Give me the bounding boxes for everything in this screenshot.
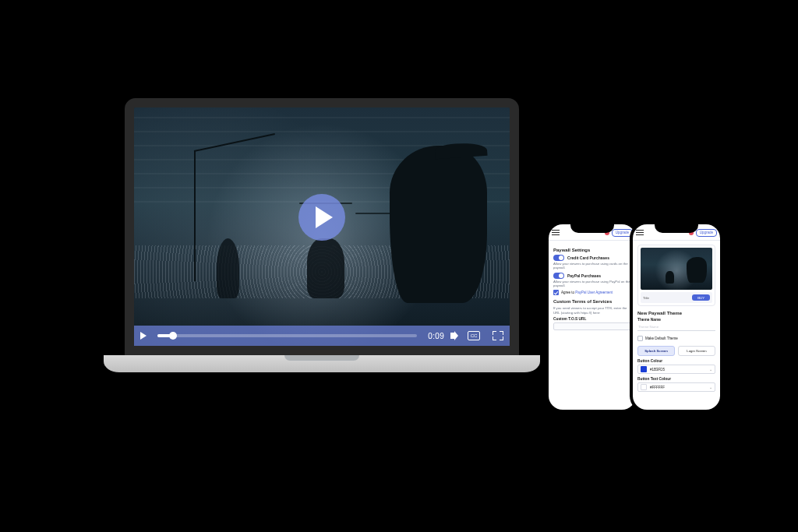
paywall-settings-title: Paywall Settings bbox=[553, 248, 631, 252]
video-control-bar: 0:09 CC bbox=[134, 326, 510, 346]
phone-mockup-settings: Upgrade Paywall Settings Credit Card Pur… bbox=[546, 221, 639, 413]
agree-text: Agree to PayPal User Agreement bbox=[561, 291, 613, 294]
credit-card-description: Allow your viewers to purchase using car… bbox=[553, 262, 631, 270]
tos-url-label: Custom T.O.S URL bbox=[553, 317, 631, 321]
button-colour-value: #1B3FD5 bbox=[650, 368, 665, 372]
laptop-base bbox=[104, 355, 540, 372]
play-control[interactable] bbox=[140, 332, 147, 340]
theme-name-input[interactable]: Theme Name bbox=[637, 323, 715, 331]
button-text-colour-label: Button Text Colour bbox=[637, 377, 715, 381]
play-icon bbox=[316, 206, 333, 228]
tos-description: If you need viewers to accept your TOS, … bbox=[553, 306, 631, 315]
menu-icon[interactable] bbox=[552, 230, 560, 236]
preview-image bbox=[641, 248, 712, 290]
paypal-description: Allow your viewers to purchase using Pay… bbox=[553, 280, 631, 288]
menu-icon[interactable] bbox=[636, 230, 644, 236]
theme-name-label: Theme Name bbox=[637, 318, 715, 322]
progress-knob[interactable] bbox=[169, 332, 177, 340]
upgrade-button[interactable]: Upgrade bbox=[696, 229, 717, 237]
default-theme-label: Make Default Theme bbox=[645, 336, 678, 340]
paypal-label: PayPal Purchases bbox=[567, 273, 601, 278]
preview-title-text: Title bbox=[643, 296, 649, 300]
chevron-down-icon: ⌄ bbox=[709, 385, 712, 389]
preview-buy-button[interactable]: BUY bbox=[692, 294, 710, 301]
tab-splash-screen[interactable]: Splash Screen bbox=[637, 346, 675, 356]
button-text-colour-value: #FFFFFF bbox=[650, 386, 665, 389]
button-colour-label: Button Colour bbox=[637, 359, 715, 363]
button-text-colour-picker[interactable]: #FFFFFF ⌄ bbox=[637, 382, 715, 392]
tos-url-input[interactable] bbox=[553, 322, 631, 330]
credit-card-label: Credit Card Purchases bbox=[567, 255, 609, 260]
chevron-down-icon: ⌄ bbox=[709, 367, 712, 372]
play-button[interactable] bbox=[298, 194, 345, 241]
button-colour-picker[interactable]: #1B3FD5 ⌄ bbox=[637, 365, 715, 374]
new-theme-title: New Paywall Theme bbox=[637, 311, 715, 315]
video-player: 0:09 CC bbox=[125, 98, 519, 355]
paypal-toggle[interactable] bbox=[553, 273, 564, 279]
button-text-colour-swatch bbox=[641, 384, 647, 390]
laptop-mockup: 0:09 CC bbox=[125, 98, 519, 372]
time-display: 0:09 bbox=[428, 332, 444, 340]
tos-title: Custom Terms of Services bbox=[553, 299, 631, 304]
captions-button[interactable]: CC bbox=[468, 331, 480, 340]
button-colour-swatch bbox=[641, 366, 647, 372]
play-small-icon bbox=[140, 332, 147, 340]
progress-bar[interactable] bbox=[157, 334, 417, 337]
phone-mockup-theme: Upgrade Title BUY New Paywall Theme Them… bbox=[630, 221, 723, 413]
default-theme-checkbox[interactable] bbox=[637, 336, 643, 341]
paypal-agreement-link[interactable]: PayPal User Agreement bbox=[575, 291, 613, 294]
agree-checkbox[interactable] bbox=[553, 290, 559, 295]
volume-icon[interactable] bbox=[450, 331, 461, 340]
tab-login-screen[interactable]: Login Screen bbox=[678, 346, 715, 356]
theme-preview: Title BUY bbox=[637, 245, 715, 306]
fullscreen-icon[interactable] bbox=[493, 331, 503, 340]
credit-card-toggle[interactable] bbox=[553, 255, 564, 261]
